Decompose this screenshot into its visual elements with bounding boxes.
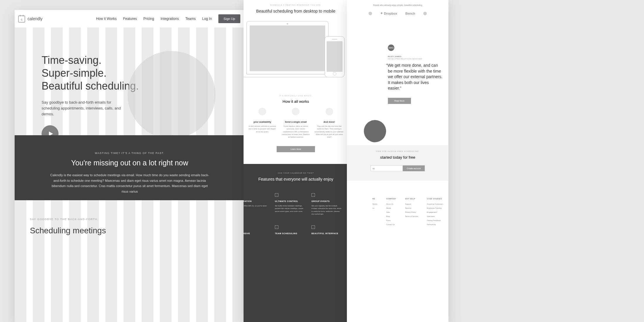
how-title: How it all works [244, 99, 348, 104]
step-dot [258, 108, 266, 115]
cta-title: started today for free [347, 155, 448, 160]
feature-interface: ○BEAUTIFUL INTERFACE [311, 225, 342, 237]
square-icon: ○ [275, 225, 278, 229]
brand[interactable]: c calendly [18, 15, 42, 23]
devices-kicker: SCHEDULE A MEETING WHEREVER YOU ARE. [244, 4, 348, 6]
feature-title: TEGRATION [244, 200, 268, 202]
email-form: Create account [347, 165, 448, 171]
bar-body: Calendly is the easiest way to schedule … [50, 172, 210, 194]
step-dot [326, 108, 333, 115]
feature-title: SPONSIVE [244, 232, 268, 234]
feature-integration: ○TEGRATIONgle or Office 365 cts, so you'… [244, 193, 268, 215]
hero-illustration [128, 51, 215, 139]
footer-link[interactable]: Engagement [427, 211, 443, 213]
footer-link[interactable]: About Us [386, 203, 396, 205]
step-title: your availability [246, 121, 278, 123]
square-icon: ○ [311, 193, 315, 197]
how-section: IT'S BASICALLY LIKE MAGIC. How it all wo… [244, 95, 348, 104]
feature-control: ○ULTIMATE CONTROLSet buffer times betwee… [275, 193, 305, 215]
footer-link[interactable]: Terms of Service [405, 215, 418, 217]
feature-group: ○GROUP EVENTSSet your capacity and let m… [311, 193, 342, 215]
logo-ball-icon [423, 12, 427, 15]
hero-line3: Beautiful scheduling. [42, 80, 139, 92]
footer-col-company: COMPANY About UsMediaJobsBlogPressContac… [386, 198, 396, 228]
hero: Time-saving. Super-simple. Beautiful sch… [15, 28, 245, 142]
feature-title: TEAM SCHEDULING [275, 232, 305, 234]
middle-card: SCHEDULE A MEETING WHEREVER YOU ARE. Bea… [244, 0, 348, 322]
sched-title: Scheduling meetings [30, 226, 106, 235]
footer-link[interactable]: Getting Feedback [427, 220, 443, 221]
dropbox-logo: ✦Dropbox [380, 11, 397, 15]
testimonial: xero RILEY JAMES DEVELOPER RELATIONS MAN… [347, 15, 448, 104]
feature-responsive: ○SPONSIVE [244, 225, 268, 237]
footer-link[interactable]: Press [386, 220, 396, 221]
step-title: And done! [314, 121, 345, 123]
footer-link[interactable]: Privacy Policy [405, 211, 418, 213]
bar-title: You're missing out on a lot right now [50, 159, 210, 167]
step-body: Fusce dapibus, tellus ac cursus commodo,… [280, 125, 311, 138]
feature-team: ○TEAM SCHEDULING [275, 225, 305, 237]
xero-badge: xero [388, 44, 394, 51]
cta-kicker: TIME FOR HASSLE-FREE SCHEDULING. [347, 150, 448, 152]
create-account-button[interactable]: Create account [403, 165, 425, 171]
testimonial-name: RILEY JAMES [388, 56, 443, 57]
footer-col-help: GET HELP SupportSecurityPrivacy PolicyTe… [405, 198, 418, 228]
nav-integrations[interactable]: Integrations [160, 17, 179, 21]
nav-teams[interactable]: Teams [185, 17, 196, 21]
logo-row: ✦Dropbox Bench [347, 11, 448, 15]
footer-link[interactable]: Acquiring Customers [427, 203, 443, 205]
feature-title: ULTIMATE CONTROL [275, 200, 305, 202]
feature-body: Set your capacity and let multiple invit… [311, 205, 342, 215]
devices-illustration [244, 19, 348, 83]
step-body: id nibh ultricies vehicula er posuere er… [246, 125, 278, 133]
footer-link[interactable]: Jobs [386, 211, 396, 213]
square-icon: ○ [275, 193, 278, 197]
footer-link[interactable]: Works [372, 203, 377, 205]
step-3: And done! They pick the day and time tha… [314, 108, 345, 138]
footer-col-re: RE Worksns [372, 198, 377, 228]
feature-title: BEAUTIFUL INTERFACE [311, 232, 342, 234]
step-body: They pick the day and time that works fo… [314, 125, 345, 138]
brand-name: calendly [28, 16, 42, 21]
footer: RE Worksns COMPANY About UsMediaJobsBlog… [347, 193, 448, 228]
calendar-icon: c [18, 15, 25, 23]
features-section: CAN YOUR CALENDAR DO THIS? Features that… [244, 164, 348, 322]
steps: your availability id nibh ultricies vehi… [244, 104, 348, 138]
read-more-button[interactable]: Read More [388, 98, 411, 104]
footer-link[interactable]: Interviews [427, 215, 443, 217]
footer-link[interactable]: Contact Us [386, 224, 396, 225]
top-nav: c calendly How it Works Features Pricing… [15, 10, 245, 28]
signup-button[interactable]: Sign Up [218, 14, 240, 23]
how-kicker: IT'S BASICALLY LIKE MAGIC. [244, 95, 348, 97]
nav-how[interactable]: How it Works [96, 17, 117, 21]
friends-line: friends who already enjoy simple, beauti… [347, 0, 448, 6]
hero-card: c calendly How it Works Features Pricing… [15, 10, 245, 322]
feature-body: gle or Office 365 cts, so you're never [244, 205, 268, 207]
learn-more-button[interactable]: Learn More [277, 146, 315, 152]
right-card: friends who already enjoy simple, beauti… [347, 0, 448, 322]
phone-icon [325, 36, 345, 77]
footer-link[interactable]: Blog [386, 215, 396, 217]
svg-text:c: c [21, 18, 23, 21]
footer-link[interactable]: Security [405, 207, 418, 209]
feature-body: Set buffer times between meetings, preve… [275, 205, 305, 213]
devices-title: Beautiful scheduling from desktop to mob… [244, 9, 348, 13]
feature-title: GROUP EVENTS [311, 200, 342, 202]
footer-col-title: GET HELP [405, 198, 418, 200]
nav-pricing[interactable]: Pricing [143, 17, 154, 21]
footer-link[interactable]: Support [405, 203, 418, 205]
footer-link[interactable]: ns [372, 207, 377, 209]
footer-link[interactable]: Networking [427, 224, 443, 225]
testimonial-role: DEVELOPER RELATIONS MANAGER [388, 58, 443, 60]
logo-ball-icon [369, 12, 372, 15]
avatar [364, 120, 386, 142]
footer-link[interactable]: Employee Training [427, 207, 443, 209]
nav-login[interactable]: Log In [202, 17, 212, 21]
step-title: Send a single email [280, 121, 311, 123]
footer-link[interactable]: Media [386, 207, 396, 209]
nav-features[interactable]: Features [123, 17, 137, 21]
step-dot [292, 108, 299, 115]
testimonial-quote: “We get more done, and can be more flexi… [388, 63, 443, 91]
email-input[interactable] [371, 165, 403, 171]
step-1: your availability id nibh ultricies vehi… [246, 108, 278, 138]
